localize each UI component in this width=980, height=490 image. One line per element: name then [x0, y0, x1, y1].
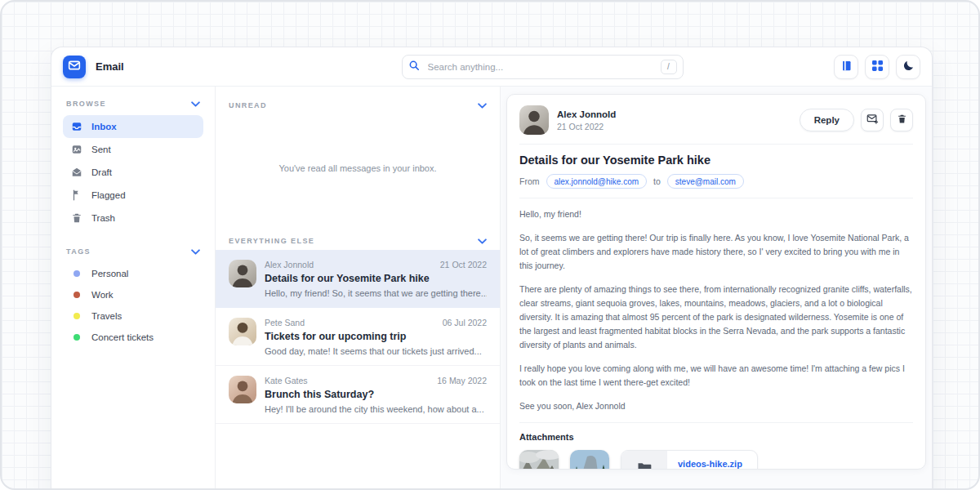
- email-sender: Alex Jonnold: [265, 260, 314, 270]
- tag-dot-travels: [74, 313, 80, 319]
- sidebar-item-flagged[interactable]: Flagged: [63, 184, 203, 207]
- trash-icon: [71, 212, 82, 224]
- email-date: 06 Jul 2022: [443, 318, 487, 327]
- email-summary: Alex Jonnold 21 Oct 2022 Details for our…: [265, 260, 487, 298]
- tags-label: Tags: [66, 247, 91, 256]
- body-paragraph: I really hope you love coming along with…: [519, 362, 913, 390]
- tag-item-work[interactable]: Work: [63, 284, 203, 305]
- email-list-item-alex[interactable]: Alex Jonnold 21 Oct 2022 Details for our…: [216, 250, 500, 308]
- unread-empty-message: You've read all messages in your inbox.: [216, 114, 500, 222]
- email-sender: Kate Gates: [265, 376, 308, 385]
- forward-mail-button[interactable]: [861, 109, 884, 131]
- unread-collapse-chevron-icon[interactable]: [478, 103, 487, 109]
- search-icon: [408, 60, 420, 74]
- book-icon: [840, 60, 853, 74]
- file-icon-box: [621, 451, 667, 470]
- email-detail-card: Alex Jonnold 21 Oct 2022 Reply: [506, 94, 926, 470]
- to-label: to: [653, 176, 661, 186]
- app-header: Email /: [51, 47, 932, 87]
- email-subject: Tickets for our upcoming trip: [265, 331, 487, 342]
- body-paragraph: So, it seems we are getting there! Our t…: [519, 231, 913, 273]
- sidebar-item-label: Sent: [91, 145, 111, 154]
- trash-icon: [897, 114, 907, 127]
- delete-button[interactable]: [890, 109, 913, 131]
- app-title: Email: [96, 60, 124, 73]
- sent-icon: [71, 144, 82, 155]
- browse-nav: Inbox Sent Draft: [63, 115, 203, 229]
- browse-collapse-chevron-icon[interactable]: [191, 101, 200, 107]
- tag-item-personal[interactable]: Personal: [63, 263, 203, 284]
- body-paragraph: See you soon, Alex Jonnold: [519, 399, 913, 413]
- search-input[interactable]: [426, 61, 654, 73]
- tag-dot-concert-tickets: [74, 334, 80, 341]
- sidebar: Browse Inbox: [51, 87, 215, 490]
- divider: [519, 422, 913, 423]
- email-preview: Hey! I'll be around the city this weeken…: [265, 404, 487, 414]
- email-list-item-pete[interactable]: Pete Sand 06 Jul 2022 Tickets for our up…: [216, 308, 500, 366]
- detail-date: 21 Oct 2022: [557, 122, 616, 131]
- sidebar-item-label: Flagged: [91, 190, 126, 200]
- sidebar-item-label: Inbox: [91, 122, 117, 131]
- sidebar-item-draft[interactable]: Draft: [63, 161, 203, 184]
- tag-label: Personal: [91, 269, 128, 278]
- email-body: Hello, my friend! So, it seems we are ge…: [519, 207, 913, 413]
- tag-item-travels[interactable]: Travels: [63, 305, 203, 327]
- email-summary: Pete Sand 06 Jul 2022 Tickets for our up…: [265, 318, 487, 356]
- attachments-row: videos-hike.zip 100 MB: [519, 450, 913, 470]
- browse-section-header: Browse: [63, 100, 203, 108]
- to-email-chip[interactable]: steve@mail.com: [667, 174, 744, 189]
- from-email-chip[interactable]: alex.jonnold@hike.com: [546, 174, 648, 189]
- email-detail-pane: Alex Jonnold 21 Oct 2022 Reply: [501, 87, 932, 490]
- tag-dot-work: [74, 292, 80, 298]
- email-subject: Brunch this Saturday?: [265, 389, 487, 400]
- email-preview: Good day, mate! It seems that our ticket…: [265, 346, 487, 356]
- sidebar-item-label: Trash: [91, 213, 115, 223]
- everything-else-collapse-chevron-icon[interactable]: [478, 238, 487, 244]
- tag-item-concert-tickets[interactable]: Concert tickets: [63, 327, 203, 348]
- message-list-column: Unread You've read all messages in your …: [215, 87, 501, 490]
- tags-section-header: Tags: [63, 247, 203, 256]
- from-to-row: From alex.jonnold@hike.com to steve@mail…: [519, 174, 913, 189]
- email-date: 16 May 2022: [437, 376, 487, 385]
- moon-icon: [902, 60, 915, 74]
- email-summary: Kate Gates 16 May 2022 Brunch this Satur…: [265, 376, 487, 414]
- detail-header: Alex Jonnold 21 Oct 2022 Reply: [519, 105, 913, 135]
- folder-icon: [636, 460, 653, 470]
- app-logo: [63, 56, 86, 78]
- browse-label: Browse: [66, 100, 106, 108]
- tag-dot-personal: [74, 270, 80, 277]
- email-list-item-kate[interactable]: Kate Gates 16 May 2022 Brunch this Satur…: [216, 366, 500, 424]
- mail-plus-icon: [866, 113, 879, 127]
- app-body: Browse Inbox: [51, 87, 932, 490]
- book-button[interactable]: [834, 55, 858, 79]
- envelope-logo-icon: [68, 59, 81, 75]
- detail-actions: Reply: [800, 109, 913, 131]
- avatar-pete: [229, 318, 256, 345]
- divider: [519, 198, 913, 198]
- tags-collapse-chevron-icon[interactable]: [191, 249, 200, 255]
- sidebar-item-sent[interactable]: Sent: [63, 138, 203, 161]
- body-paragraph: There are plenty of amazing things to se…: [519, 283, 913, 352]
- attachments-label: Attachments: [519, 432, 913, 442]
- sidebar-item-trash[interactable]: Trash: [63, 207, 203, 229]
- tag-label: Concert tickets: [91, 332, 154, 342]
- apps-grid-button[interactable]: [865, 55, 889, 79]
- avatar-alex: [229, 260, 256, 287]
- attachment-photo-valley[interactable]: [519, 450, 559, 470]
- unread-label: Unread: [229, 101, 267, 109]
- sidebar-item-label: Draft: [91, 167, 112, 177]
- detail-sender-name: Alex Jonnold: [557, 109, 616, 119]
- tag-label: Travels: [91, 311, 122, 321]
- file-meta: videos-hike.zip 100 MB: [667, 451, 757, 470]
- attachment-file-card[interactable]: videos-hike.zip 100 MB: [621, 450, 758, 470]
- attachment-photo-half-dome[interactable]: [570, 450, 609, 470]
- search-bar[interactable]: /: [402, 55, 684, 79]
- body-paragraph: Hello, my friend!: [519, 207, 913, 221]
- flag-icon: [71, 189, 82, 201]
- email-preview: Hello, my friend! So, it seems that we a…: [265, 288, 487, 298]
- reply-button[interactable]: Reply: [800, 109, 854, 131]
- sidebar-item-inbox[interactable]: Inbox: [63, 115, 203, 138]
- search-shortcut-key: /: [661, 60, 677, 74]
- grid-icon: [872, 60, 883, 74]
- dark-mode-button[interactable]: [896, 55, 920, 79]
